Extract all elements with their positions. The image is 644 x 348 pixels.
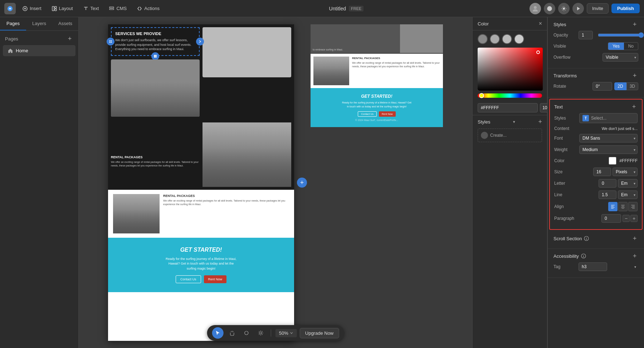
- align-left-button[interactable]: [608, 202, 618, 211]
- rotate-3d-button[interactable]: 3D: [626, 82, 638, 90]
- gradient-cursor: [536, 50, 540, 54]
- paragraph-row: Paragraph − +: [554, 214, 638, 223]
- text-color-label: Color: [554, 158, 579, 163]
- globe-icon-button[interactable]: [544, 3, 555, 14]
- play-icon-button[interactable]: [572, 3, 584, 14]
- rotate-input[interactable]: [592, 82, 612, 91]
- styles-add-button[interactable]: +: [538, 118, 542, 126]
- text-styles-row: Styles T Select...: [554, 113, 638, 123]
- align-right-button[interactable]: [628, 202, 638, 211]
- hue-slider[interactable]: [478, 93, 542, 98]
- preview-panel: to embrace surfing in Maui. RENTAL PACKA…: [311, 24, 443, 341]
- color-hex-input[interactable]: [478, 103, 538, 112]
- line-unit-select[interactable]: Em Px: [618, 190, 638, 199]
- line-unit-wrap: Em Px ▾: [618, 190, 638, 199]
- svg-point-13: [109, 42, 111, 43]
- drag-handle-bottom[interactable]: [151, 52, 159, 60]
- create-style-item[interactable]: Create...: [478, 129, 542, 142]
- toolbar-divider: [271, 329, 271, 337]
- tag-row: Tag h3 h1 h2 h4 p div ▾: [553, 262, 638, 271]
- weight-select[interactable]: Medium Regular Bold Light: [579, 145, 638, 154]
- shape-tool-button[interactable]: [241, 327, 252, 339]
- swatch-silver[interactable]: [502, 34, 512, 44]
- rental-lower-heading: RENTAL PACKAGES: [163, 194, 289, 198]
- zoom-control[interactable]: 50%: [275, 329, 297, 337]
- opacity-slider[interactable]: [598, 32, 644, 38]
- preview-rent-btn[interactable]: Rent Now: [379, 111, 396, 117]
- weight-row: Weight Medium Regular Bold Light ▾: [554, 145, 638, 154]
- styles-section: Styles + Opacity Visible Yes No: [548, 17, 644, 68]
- get-started-buttons: Contact Us Rent Now: [115, 275, 287, 283]
- sun-tool-button[interactable]: [255, 327, 267, 339]
- size-input[interactable]: [593, 168, 611, 176]
- overflow-select[interactable]: Visible Hidden Scroll: [602, 53, 638, 62]
- contact-us-button[interactable]: Contact Us: [176, 275, 201, 283]
- align-center-button[interactable]: [618, 202, 628, 211]
- styles-add-btn[interactable]: +: [631, 21, 638, 28]
- preview-footer: © 2024 Maui Surf', currentDatePrefix...: [316, 119, 437, 121]
- tab-assets[interactable]: Assets: [52, 17, 78, 30]
- tag-select[interactable]: h3 h1 h2 h4 p div: [579, 262, 607, 271]
- publish-button[interactable]: Publish: [611, 4, 640, 13]
- swatch-lightgray[interactable]: [490, 34, 500, 44]
- text-color-control[interactable]: #FFFFFF: [609, 157, 638, 165]
- tab-layers[interactable]: Layers: [26, 17, 52, 30]
- paragraph-input[interactable]: [601, 214, 621, 223]
- text-styles-select[interactable]: T Select...: [579, 113, 638, 123]
- visible-yes-button[interactable]: Yes: [608, 43, 624, 50]
- services-text-box[interactable]: SERVICES WE PROVIDE We don't just sell s…: [111, 27, 200, 56]
- preview-rental-heading: RENTAL PACKAGES: [352, 57, 440, 60]
- transforms-add-btn[interactable]: +: [631, 72, 638, 79]
- upgrade-button[interactable]: Upgrade Now: [300, 328, 339, 338]
- svg-point-15: [154, 55, 155, 56]
- scroll-section-header: Scroll Section +: [553, 235, 638, 242]
- get-started-body: Ready for the surfing journey of a lifet…: [165, 257, 237, 271]
- add-section-button[interactable]: +: [297, 178, 307, 188]
- swatch-gray[interactable]: [478, 34, 488, 44]
- app-logo[interactable]: [4, 3, 16, 14]
- pan-tool-button[interactable]: [226, 327, 238, 339]
- color-gradient-picker[interactable]: [478, 48, 543, 91]
- add-page-button[interactable]: +: [66, 35, 73, 42]
- cms-button[interactable]: CMS: [105, 4, 130, 14]
- visible-no-button[interactable]: No: [624, 43, 638, 50]
- text-section-header: Text +: [554, 103, 638, 110]
- sidebar-item-home[interactable]: Home: [3, 45, 75, 56]
- layout-label: Layout: [59, 6, 73, 11]
- scroll-section-title: Scroll Section: [553, 236, 582, 241]
- svg-marker-10: [577, 7, 580, 10]
- preview-contact-btn[interactable]: Contact Us: [358, 111, 377, 117]
- align-row: Align: [554, 202, 638, 211]
- actions-button[interactable]: Actions: [133, 4, 163, 14]
- opacity-input[interactable]: [579, 31, 593, 39]
- paragraph-decrement-button[interactable]: −: [623, 215, 630, 222]
- scroll-add-btn[interactable]: +: [631, 235, 638, 242]
- letter-input[interactable]: [599, 179, 616, 188]
- drag-handle-left[interactable]: [107, 38, 114, 45]
- text-add-btn[interactable]: +: [630, 103, 638, 110]
- size-unit-select[interactable]: Pixels Em Rem: [613, 168, 638, 176]
- line-input[interactable]: [599, 190, 616, 199]
- drag-handle-right[interactable]: [196, 38, 204, 45]
- layout-button[interactable]: Layout: [48, 4, 77, 14]
- invite-button[interactable]: Invite: [587, 3, 609, 14]
- rental-left: [203, 122, 291, 187]
- settings-icon-button[interactable]: [558, 3, 570, 14]
- select-tool-button[interactable]: [212, 327, 224, 339]
- swatch-light[interactable]: [514, 34, 524, 44]
- rotate-2d-button[interactable]: 2D: [614, 82, 626, 90]
- tab-pages[interactable]: Pages: [0, 17, 26, 30]
- rent-now-button[interactable]: Rent Now: [204, 275, 227, 283]
- insert-button[interactable]: Insert: [19, 4, 45, 14]
- text-button[interactable]: Text: [79, 4, 103, 14]
- letter-unit-select[interactable]: Em Px: [618, 179, 638, 188]
- paragraph-increment-button[interactable]: +: [630, 215, 638, 222]
- hue-thumb: [479, 93, 484, 98]
- preview-teal: GET STARTED! Ready for the surfing journ…: [311, 88, 443, 127]
- font-select[interactable]: DM Sans Arial Helvetica: [579, 134, 638, 142]
- styles-toggle[interactable]: ▾: [513, 120, 515, 124]
- preview-top: to embrace surfing in Maui.: [311, 24, 443, 53]
- color-panel-close-button[interactable]: ×: [539, 21, 542, 26]
- user-avatar[interactable]: [530, 3, 541, 14]
- accessibility-add-btn[interactable]: +: [631, 252, 638, 260]
